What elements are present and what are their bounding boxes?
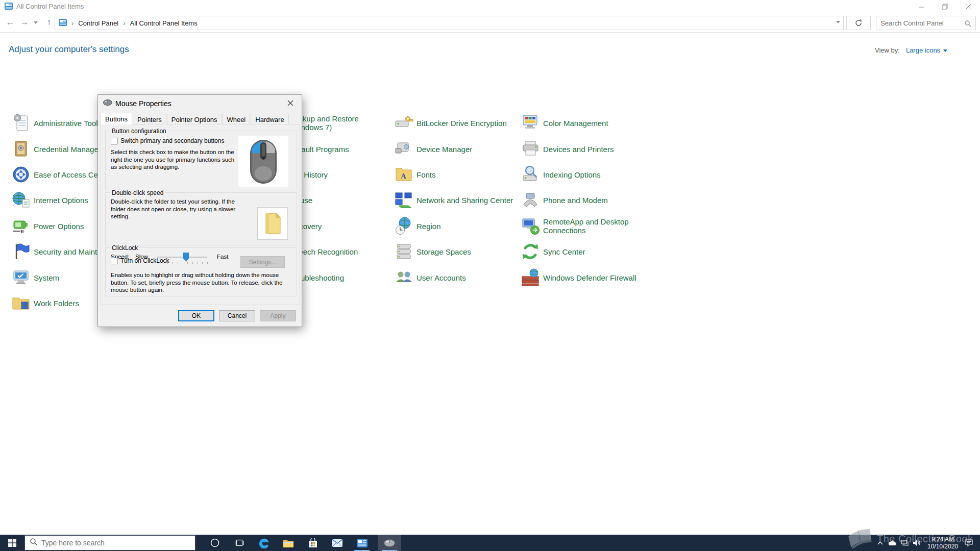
window-titlebar: All Control Panel Items [0,0,980,13]
cortana-icon[interactable] [203,535,227,551]
apply-button[interactable]: Apply [260,310,296,321]
item-label: Work Folders [34,299,79,308]
control-panel-item[interactable]: Administrative Tools [11,110,102,136]
turn-on-clicklock-checkbox[interactable]: Turn on ClickLock [111,257,169,264]
fonts-icon: A [394,165,413,184]
tab-wheel[interactable]: Wheel [222,114,250,124]
show-hidden-icons-chevron-icon[interactable] [874,535,886,551]
control-panel-item[interactable]: Indexing Options [521,162,601,187]
up-button[interactable]: ↑ [42,15,56,30]
restore-button[interactable] [933,0,957,13]
item-label: Power Options [34,222,84,231]
clock-time: 9:24 AM [925,536,961,543]
checkbox-label: Turn on ClickLock [120,257,169,264]
control-panel-icon [59,19,67,28]
user-accounts-icon [394,268,413,287]
dialog-close-icon[interactable] [279,95,302,111]
breadcrumb-chevron-icon: › [120,19,128,27]
control-panel-search[interactable] [876,16,976,30]
control-panel-item[interactable]: Region [394,213,441,239]
control-panel-item[interactable]: System [11,265,59,290]
item-label: Storage Spaces [416,247,471,256]
network-icon[interactable] [898,535,911,551]
tab-pointers[interactable]: Pointers [133,114,166,124]
item-label: Sync Center [543,247,585,256]
control-panel-item[interactable]: Sync Center [521,239,585,264]
recent-pages-dropdown-icon[interactable] [32,15,40,30]
defender-firewall-icon [521,268,540,287]
action-center-icon[interactable] [963,535,975,551]
microsoft-store-icon[interactable] [301,535,325,551]
switch-buttons-checkbox[interactable]: Switch primary and secondary buttons [111,137,224,144]
address-bar[interactable]: › Control Panel›All Control Panel Items [55,16,844,30]
control-panel-item[interactable]: Windows Defender Firewall [521,265,636,290]
tab-pointer-options[interactable]: Pointer Options [167,114,222,124]
item-label: Devices and Printers [543,145,614,154]
taskbar-control-panel-icon[interactable] [350,535,374,551]
search-icon [30,538,37,547]
address-dropdown-icon[interactable] [836,21,840,23]
control-panel-item[interactable]: Work Folders [11,290,79,316]
volume-icon[interactable] [911,535,923,551]
control-panel-item[interactable]: Power Options [11,213,84,239]
breadcrumb: Control Panel›All Control Panel Items [76,19,199,27]
dialog-tabstrip: ButtonsPointersPointer OptionsWheelHardw… [101,113,289,124]
control-panel-item[interactable]: Ease of Access Center [11,162,111,187]
close-icon[interactable] [957,0,980,13]
control-panel-item[interactable]: Storage Spaces [394,239,471,264]
control-panel-item[interactable]: Phone and Modem [521,187,608,213]
taskbar-search-input[interactable] [41,539,179,547]
item-label: Backup and Restore (Windows 7) [289,114,387,132]
test-folder-icon[interactable] [257,207,288,240]
edge-icon[interactable] [252,535,276,551]
dialog-title: Mouse Properties [115,99,172,108]
clicklock-settings-button[interactable]: Settings... [240,256,285,268]
control-panel-item[interactable]: AFonts [394,162,436,187]
group-label: ClickLock [110,244,140,252]
tab-hardware[interactable]: Hardware [251,114,288,124]
control-panel-item[interactable]: Internet Options [11,187,88,213]
control-panel-item[interactable]: RemoteApp and Desktop Connections [521,213,641,239]
forward-button[interactable]: → [17,15,32,30]
file-explorer-icon[interactable] [277,535,300,551]
tab-buttons[interactable]: Buttons [101,113,132,124]
start-button[interactable] [0,535,24,551]
storage-spaces-icon [394,242,413,261]
control-panel-item[interactable]: Device Manager [394,136,472,162]
item-label: Internet Options [34,196,88,205]
bitlocker-icon [394,113,413,133]
control-panel-item[interactable]: BitLocker Drive Encryption [394,110,507,136]
mouse-illustration [238,136,288,187]
minimize-button[interactable] [910,0,933,13]
checkbox-icon[interactable] [111,258,117,264]
control-panel-item[interactable]: Color Management [521,110,608,136]
control-panel-item[interactable]: User Accounts [394,265,466,290]
checkbox-icon[interactable] [111,138,117,144]
search-input[interactable] [876,19,958,27]
back-button[interactable]: ← [3,15,17,30]
control-panel-item[interactable]: Network and Sharing Center [394,187,513,213]
group-label: Double-click speed [110,189,165,196]
dialog-titlebar[interactable]: Mouse Properties [98,95,302,112]
cancel-button[interactable]: Cancel [219,310,255,321]
task-view-icon[interactable] [228,535,251,551]
mail-icon[interactable] [326,535,349,551]
breadcrumb-item[interactable]: Control Panel [76,19,120,27]
refresh-button[interactable] [846,16,871,30]
item-label: Region [416,222,441,231]
ok-button[interactable]: OK [178,310,214,321]
breadcrumb-item[interactable]: All Control Panel Items [128,19,199,27]
control-panel-item[interactable]: Credential Manager [11,136,101,162]
control-panel-window-icon [5,3,13,12]
ease-of-access-icon [11,165,31,184]
window-title: All Control Panel Items [16,3,84,10]
control-panel-item[interactable]: Devices and Printers [521,136,614,162]
item-label: Windows Defender Firewall [543,273,636,282]
taskbar-clock[interactable]: 9:24 AM 10/10/2020 [925,536,961,550]
taskbar-mouse-properties-icon[interactable] [378,535,401,551]
indexing-options-icon [521,165,540,184]
item-label: Phone and Modem [543,196,608,205]
double-click-speed-group: Double-click speed Double-click the fold… [105,192,297,245]
onedrive-cloud-icon[interactable] [886,535,898,551]
taskbar-search[interactable] [24,535,195,550]
